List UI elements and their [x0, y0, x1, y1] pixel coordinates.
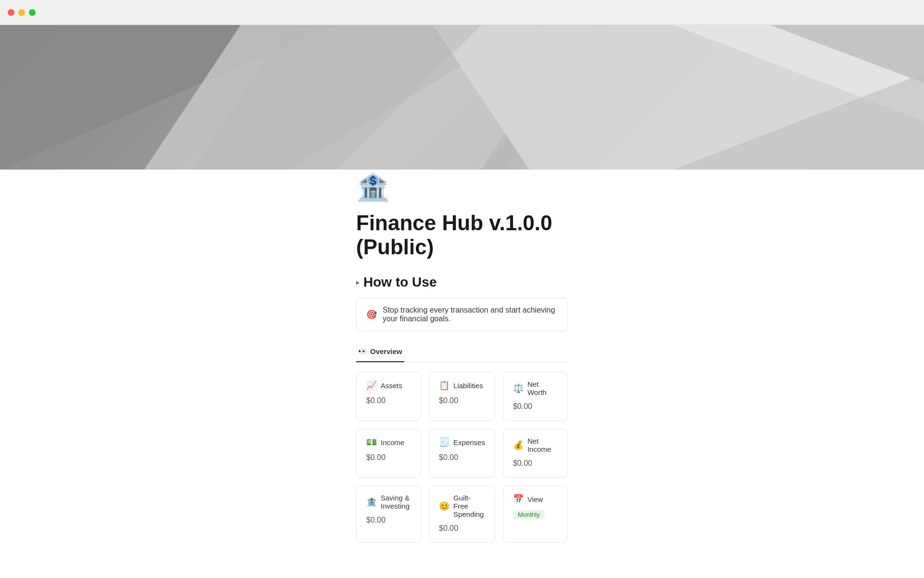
card-saving-investing-header: 🏦 Saving & Investing [366, 494, 411, 510]
card-assets-value: $0.00 [366, 396, 411, 405]
how-to-use-section[interactable]: ▸ How to Use [356, 275, 568, 290]
card-saving-investing-value: $0.00 [366, 516, 411, 525]
card-view-monthly-badge: Monthly [513, 510, 558, 519]
card-net-worth-icon: ⚖️ [513, 383, 524, 394]
card-net-worth[interactable]: ⚖️ Net Worth $0.00 [503, 372, 568, 421]
card-assets-header: 📈 Assets [366, 380, 411, 391]
title-bar [0, 0, 924, 25]
minimize-button[interactable] [18, 9, 25, 16]
card-income-value: $0.00 [366, 453, 411, 462]
card-guilt-free-spending-title: Guilt-Free Spending [453, 494, 485, 518]
card-view-monthly-title: View [527, 495, 543, 503]
card-saving-investing-icon: 🏦 [366, 497, 377, 507]
card-income-header: 💵 Income [366, 437, 411, 447]
card-liabilities-icon: 📋 [439, 380, 449, 391]
tab-overview[interactable]: 👀 Overview [356, 343, 404, 362]
card-net-income-title: Net Income [527, 437, 558, 453]
card-assets[interactable]: 📈 Assets $0.00 [356, 372, 421, 421]
card-liabilities-value: $0.00 [439, 396, 485, 405]
card-net-worth-value: $0.00 [513, 402, 558, 411]
card-liabilities-title: Liabilities [453, 381, 483, 390]
info-box-text: Stop tracking every transaction and star… [383, 306, 558, 323]
card-guilt-free-spending-header: 😊 Guilt-Free Spending [439, 494, 485, 518]
card-income[interactable]: 💵 Income $0.00 [356, 429, 421, 478]
card-view-monthly[interactable]: 📅 View Monthly [503, 486, 568, 543]
card-view-monthly-icon: 📅 [513, 494, 524, 504]
tabs-row: 👀 Overview [356, 343, 568, 362]
tab-overview-label: Overview [370, 347, 402, 355]
card-expenses[interactable]: 🧾 Expenses $0.00 [429, 429, 495, 478]
card-guilt-free-spending-icon: 😊 [439, 501, 449, 512]
info-box-icon: 🎯 [366, 309, 377, 320]
monthly-badge: Monthly [513, 510, 545, 519]
card-expenses-icon: 🧾 [439, 437, 449, 447]
card-expenses-value: $0.00 [439, 453, 485, 462]
card-expenses-title: Expenses [453, 438, 485, 447]
close-button[interactable] [8, 9, 14, 16]
page-title: Finance Hub v.1.0.0 (Public) [356, 211, 568, 259]
cards-grid: 📈 Assets $0.00 📋 Liabilities $0.00 ⚖️ Ne… [356, 372, 568, 543]
toggle-arrow-icon: ▸ [356, 278, 359, 286]
card-guilt-free-spending[interactable]: 😊 Guilt-Free Spending $0.00 [429, 486, 495, 543]
maximize-button[interactable] [29, 9, 36, 16]
page-icon: 🏦 [356, 156, 568, 207]
card-assets-title: Assets [381, 381, 402, 390]
card-saving-investing[interactable]: 🏦 Saving & Investing $0.00 [356, 486, 421, 543]
card-net-worth-title: Net Worth [527, 380, 558, 396]
card-income-icon: 💵 [366, 437, 377, 447]
card-view-monthly-header: 📅 View [513, 494, 558, 504]
card-expenses-header: 🧾 Expenses [439, 437, 485, 447]
info-box: 🎯 Stop tracking every transaction and st… [356, 298, 568, 331]
card-net-income[interactable]: 💰 Net Income $0.00 [503, 429, 568, 478]
section-title-how-to-use: How to Use [363, 275, 436, 290]
hero-banner [0, 25, 924, 170]
card-liabilities-header: 📋 Liabilities [439, 380, 485, 391]
card-net-income-icon: 💰 [513, 440, 524, 450]
tab-overview-icon: 👀 [358, 347, 367, 355]
card-net-worth-header: ⚖️ Net Worth [513, 380, 558, 396]
card-net-income-value: $0.00 [513, 459, 558, 468]
card-liabilities[interactable]: 📋 Liabilities $0.00 [429, 372, 495, 421]
card-guilt-free-spending-value: $0.00 [439, 524, 485, 533]
card-net-income-header: 💰 Net Income [513, 437, 558, 453]
page-content: 🏦 Finance Hub v.1.0.0 (Public) ▸ How to … [125, 156, 799, 543]
card-saving-investing-title: Saving & Investing [381, 494, 411, 510]
card-assets-icon: 📈 [366, 380, 377, 391]
card-income-title: Income [381, 438, 404, 447]
